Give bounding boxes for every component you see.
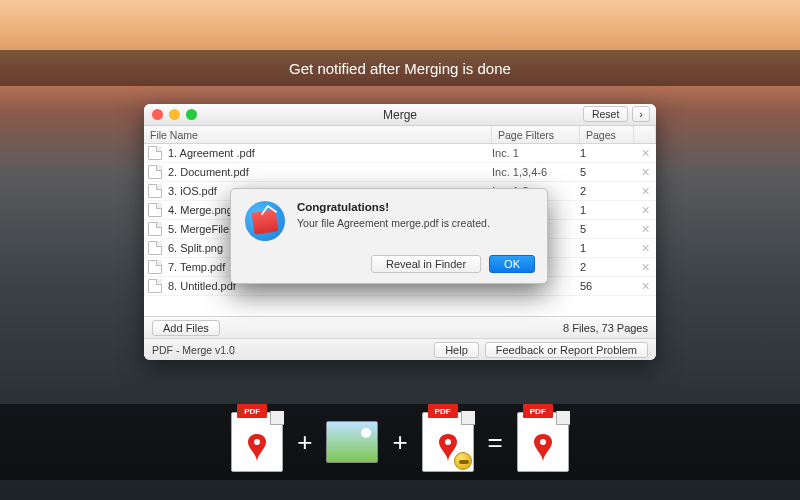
page-count: 5	[580, 166, 634, 178]
svg-point-0	[254, 439, 260, 445]
adobe-icon	[241, 432, 273, 464]
plus-icon: +	[392, 427, 407, 458]
equation-strip: PDF + + PDF = PDF	[0, 404, 800, 480]
dialog-message: Your file Agreement merge.pdf is created…	[297, 217, 490, 229]
page-filter: Inc. 1,3,4-6	[492, 166, 580, 178]
page-count: 1	[580, 204, 634, 216]
file-icon	[148, 222, 162, 236]
col-remove	[634, 126, 656, 143]
zoom-icon[interactable]	[186, 109, 197, 120]
app-version: PDF - Merge v1.0	[152, 344, 235, 356]
ok-button[interactable]: OK	[489, 255, 535, 273]
remove-row-button[interactable]: ✕	[634, 166, 656, 179]
remove-row-button[interactable]: ✕	[634, 204, 656, 217]
remove-row-button[interactable]: ✕	[634, 261, 656, 274]
adobe-icon	[527, 432, 559, 464]
help-button[interactable]: Help	[434, 342, 479, 358]
file-icon	[148, 241, 162, 255]
statusbar: PDF - Merge v1.0 Help Feedback or Report…	[144, 338, 656, 360]
file-icon	[148, 165, 162, 179]
dialog-title: Congratulations!	[297, 201, 490, 213]
col-pages[interactable]: Pages	[580, 126, 634, 143]
file-icon	[148, 184, 162, 198]
page-count: 1	[580, 147, 634, 159]
page-count: 2	[580, 185, 634, 197]
plus-icon: +	[297, 427, 312, 458]
col-filename[interactable]: File Name	[144, 126, 492, 143]
remove-row-button[interactable]: ✕	[634, 223, 656, 236]
reset-button[interactable]: Reset	[583, 106, 628, 122]
file-icon	[148, 260, 162, 274]
remove-row-button[interactable]: ✕	[634, 242, 656, 255]
toolbar: Add Files 8 Files, 73 Pages	[144, 316, 656, 338]
equals-icon: =	[488, 427, 503, 458]
pdf-card-locked: PDF	[422, 412, 474, 472]
minimize-icon[interactable]	[169, 109, 180, 120]
table-row[interactable]: 1. Agreement .pdfInc. 11✕	[144, 144, 656, 163]
page-count: 56	[580, 280, 634, 292]
pdf-card-result: PDF	[517, 412, 569, 472]
svg-point-1	[445, 439, 451, 445]
file-name: 1. Agreement .pdf	[166, 147, 492, 159]
promo-banner: Get notified after Merging is done	[0, 50, 800, 86]
key-icon	[454, 452, 472, 470]
titlebar: Merge Reset ›	[144, 104, 656, 126]
pdf-badge: PDF	[428, 404, 458, 418]
app-icon	[245, 201, 285, 241]
window-controls	[152, 109, 197, 120]
table-row[interactable]: 2. Document.pdfInc. 1,3,4-65✕	[144, 163, 656, 182]
pdf-badge: PDF	[523, 404, 553, 418]
file-icon	[148, 279, 162, 293]
feedback-button[interactable]: Feedback or Report Problem	[485, 342, 648, 358]
page-count: 1	[580, 242, 634, 254]
expand-button[interactable]: ›	[632, 106, 650, 122]
image-card	[326, 421, 378, 463]
page-count: 2	[580, 261, 634, 273]
pdf-card: PDF	[231, 412, 283, 472]
file-summary: 8 Files, 73 Pages	[563, 322, 648, 334]
add-files-button[interactable]: Add Files	[152, 320, 220, 336]
reveal-in-finder-button[interactable]: Reveal in Finder	[371, 255, 481, 273]
remove-row-button[interactable]: ✕	[634, 185, 656, 198]
file-icon	[148, 146, 162, 160]
pdf-badge: PDF	[237, 404, 267, 418]
remove-row-button[interactable]: ✕	[634, 280, 656, 293]
close-icon[interactable]	[152, 109, 163, 120]
page-filter: Inc. 1	[492, 147, 580, 159]
svg-point-2	[540, 439, 546, 445]
banner-text: Get notified after Merging is done	[289, 60, 511, 77]
page-count: 5	[580, 223, 634, 235]
file-icon	[148, 203, 162, 217]
file-name: 2. Document.pdf	[166, 166, 492, 178]
remove-row-button[interactable]: ✕	[634, 147, 656, 160]
window-title: Merge	[383, 108, 417, 122]
col-filters[interactable]: Page Filters	[492, 126, 580, 143]
completion-dialog: Congratulations! Your file Agreement mer…	[230, 188, 548, 284]
column-headers: File Name Page Filters Pages	[144, 126, 656, 144]
